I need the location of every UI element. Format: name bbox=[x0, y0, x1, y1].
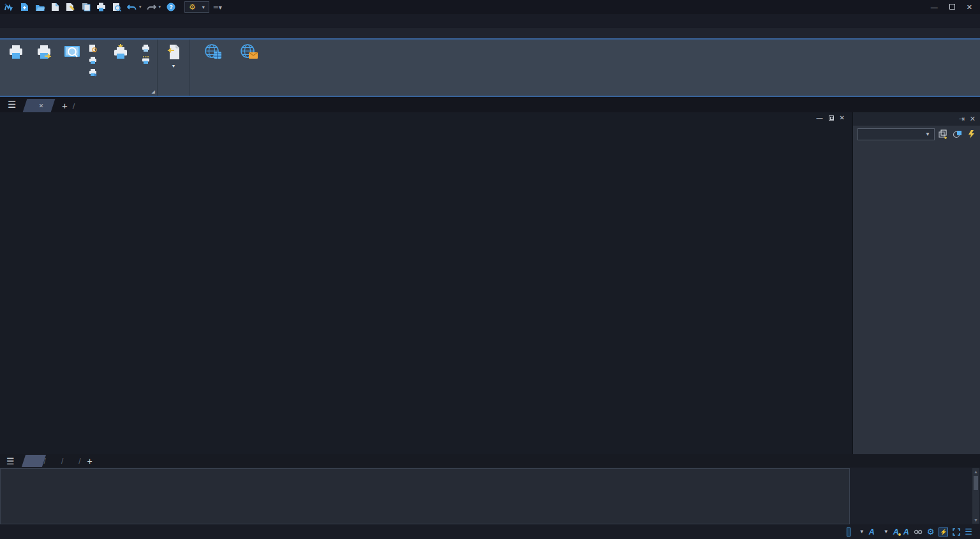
window-minimize-button[interactable]: — bbox=[931, 3, 938, 11]
select-objects-button[interactable] bbox=[952, 129, 963, 140]
workspace-dropdown[interactable]: ⚙ ▾ bbox=[184, 1, 209, 13]
window-maximize-button[interactable] bbox=[949, 3, 955, 11]
toggle-pickadd-button[interactable] bbox=[966, 129, 977, 140]
layout-tab-divider: / bbox=[61, 457, 63, 466]
properties-autohide-icon[interactable]: ⇥ bbox=[959, 115, 965, 123]
settings-gear-icon[interactable]: ⚙ bbox=[927, 527, 935, 536]
smart-batch-plot-icon bbox=[112, 43, 129, 62]
publish-button[interactable] bbox=[31, 41, 57, 63]
smart-batch-plot-button[interactable] bbox=[103, 41, 138, 63]
qat-customize-button[interactable]: ═ ▾ bbox=[214, 4, 221, 11]
ribbon: ◢ ▼ bbox=[0, 38, 980, 97]
plotter-button[interactable] bbox=[87, 68, 101, 78]
plot-icon bbox=[8, 43, 24, 62]
export-icon bbox=[166, 43, 181, 62]
undo-dropdown-caret[interactable]: ▾ bbox=[139, 4, 142, 10]
auto-annotation-icon[interactable]: A bbox=[903, 528, 909, 536]
quick-select-button[interactable] bbox=[938, 129, 949, 140]
publish-icon bbox=[36, 43, 52, 62]
plot-panel-label: ◢ bbox=[0, 86, 157, 96]
scroll-thumb[interactable] bbox=[974, 476, 978, 490]
export-button[interactable]: ▼ bbox=[160, 41, 187, 68]
window-close-button[interactable]: ✕ bbox=[967, 3, 972, 11]
new-file-button[interactable] bbox=[19, 2, 30, 12]
export-dropdown-caret[interactable]: ▼ bbox=[172, 64, 176, 68]
selection-dropdown[interactable]: ▼ bbox=[858, 128, 935, 140]
redo-button[interactable] bbox=[146, 2, 157, 12]
tab-model[interactable] bbox=[21, 455, 45, 467]
redo-dropdown-caret[interactable]: ▾ bbox=[159, 4, 161, 10]
document-tab-bar: ☰ ✕ + / bbox=[0, 97, 980, 112]
selection-dropdown-caret: ▼ bbox=[925, 131, 930, 137]
join-plot-icon bbox=[142, 43, 150, 55]
page-setup-icon bbox=[89, 43, 97, 55]
batch-plot-icon bbox=[142, 55, 150, 67]
annotation-visibility-icon[interactable]: A bbox=[893, 528, 899, 536]
print-button[interactable] bbox=[96, 2, 107, 12]
doc-tab-menu-icon[interactable]: ☰ bbox=[8, 99, 16, 110]
join-plot-button[interactable] bbox=[140, 44, 154, 54]
save-as-button[interactable] bbox=[65, 2, 76, 12]
statusbar: ▼ A ▼ A A ⚙ ⚡ ☰ bbox=[0, 524, 980, 539]
workspace-gear-icon: ⚙ bbox=[189, 3, 196, 11]
open-file-button[interactable] bbox=[34, 2, 45, 12]
page-setup-button[interactable] bbox=[87, 44, 101, 54]
email-icon bbox=[239, 43, 258, 62]
plot-style-button[interactable] bbox=[87, 56, 101, 66]
email-button[interactable] bbox=[236, 41, 262, 63]
properties-header: ⇥ ✕ bbox=[853, 112, 980, 126]
ribbon-tab-strip bbox=[0, 28, 980, 38]
doc-tab-close-icon[interactable]: ✕ bbox=[39, 103, 44, 109]
save-file-button[interactable] bbox=[50, 2, 61, 12]
ribbon-panel-export: ▼ bbox=[158, 40, 190, 96]
plot-panel-launcher-icon[interactable]: ◢ bbox=[152, 89, 155, 94]
drawing-canvas[interactable]: — ✕ bbox=[0, 112, 852, 454]
titlebar: ▾ ▾ ? ⚙ ▾ ═ ▾ — ✕ bbox=[0, 0, 980, 14]
new-layout-button[interactable]: + bbox=[87, 456, 93, 466]
preview-button[interactable] bbox=[111, 2, 122, 12]
statusbar-menu-icon[interactable]: ☰ bbox=[965, 527, 972, 536]
preview-plot-button[interactable] bbox=[59, 41, 85, 63]
workspace-caret-icon: ▾ bbox=[202, 4, 205, 10]
help-button[interactable]: ? bbox=[165, 2, 176, 12]
menubar bbox=[0, 14, 980, 28]
doc-tab-divider: / bbox=[73, 101, 75, 111]
viewport-close-icon[interactable]: ✕ bbox=[840, 114, 845, 121]
precision-badge[interactable] bbox=[847, 528, 850, 536]
etransmit-button[interactable] bbox=[197, 41, 230, 63]
copy-button[interactable] bbox=[80, 2, 91, 12]
ribbon-panel-transfer bbox=[190, 40, 271, 96]
document-tab-active[interactable]: ✕ bbox=[23, 99, 55, 112]
plot-button[interactable] bbox=[3, 41, 29, 63]
plotter-icon bbox=[89, 68, 97, 79]
command-window: ✕ ▲ ▼ bbox=[0, 468, 980, 524]
layout-tab-bar: ☰ / / / + bbox=[0, 454, 980, 468]
layout-tab-divider: / bbox=[78, 457, 80, 466]
transfer-panel-label bbox=[190, 86, 271, 96]
zwcad-window: ▾ ▾ ? ⚙ ▾ ═ ▾ — ✕ bbox=[0, 0, 980, 539]
ribbon-panel-plot: ◢ bbox=[0, 40, 158, 96]
svg-text:?: ? bbox=[169, 4, 173, 10]
viewport-restore-icon[interactable] bbox=[829, 115, 834, 121]
zwcad-logo-icon bbox=[4, 2, 15, 12]
hardware-accel-icon[interactable]: ⚡ bbox=[939, 528, 948, 536]
units-caret-icon[interactable]: ▼ bbox=[859, 529, 865, 535]
new-doc-tab-button[interactable]: + bbox=[62, 100, 68, 111]
connect-icon[interactable] bbox=[914, 529, 923, 535]
batch-plot-button[interactable] bbox=[140, 56, 154, 66]
etransmit-icon bbox=[204, 43, 223, 62]
undo-button[interactable] bbox=[126, 2, 137, 12]
annotation-scale-icon[interactable]: A bbox=[869, 528, 875, 536]
fullscreen-icon[interactable] bbox=[953, 528, 960, 536]
scale-caret-icon[interactable]: ▼ bbox=[884, 529, 889, 535]
properties-close-icon[interactable]: ✕ bbox=[970, 115, 976, 123]
layout-menu-icon[interactable]: ☰ bbox=[6, 456, 15, 466]
viewport-minimize-icon[interactable]: — bbox=[817, 114, 823, 121]
scroll-up-icon[interactable]: ▲ bbox=[974, 469, 978, 475]
scroll-down-icon[interactable]: ▼ bbox=[974, 517, 978, 523]
export-panel-label bbox=[158, 86, 189, 96]
command-history[interactable] bbox=[0, 468, 850, 524]
command-scrollbar[interactable]: ▲ ▼ bbox=[972, 468, 979, 524]
plot-style-icon bbox=[89, 55, 97, 67]
preview-plot-icon bbox=[63, 43, 81, 62]
